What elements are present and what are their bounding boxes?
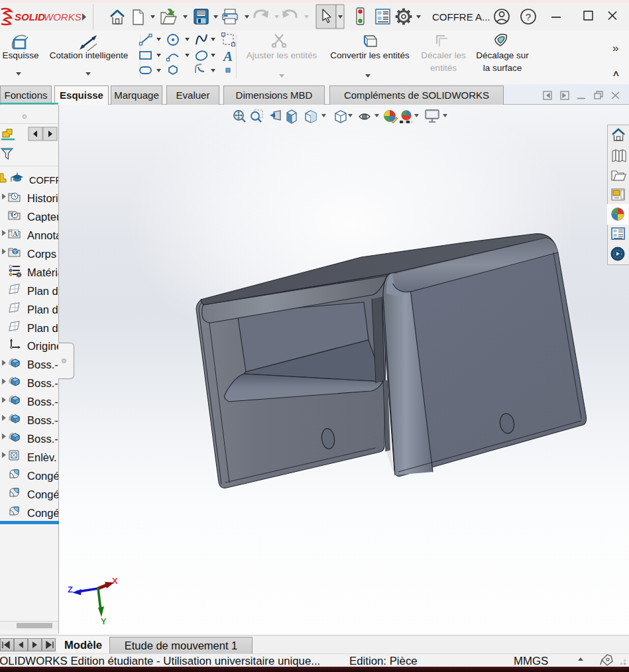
svg-text:SOLID: SOLID [15, 11, 45, 23]
svg-text:?: ? [526, 11, 531, 23]
svg-text:A: A [222, 48, 233, 64]
svg-text:A: A [13, 230, 18, 237]
svg-text:WORKS: WORKS [44, 11, 82, 23]
